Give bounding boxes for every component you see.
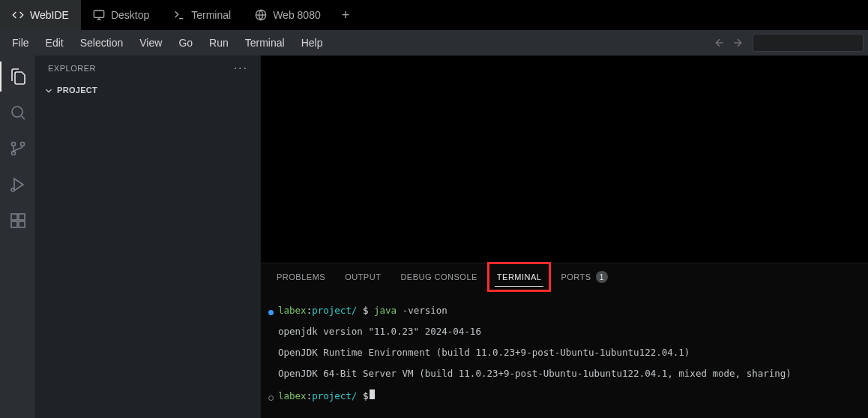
- term-cmd: java: [374, 305, 397, 316]
- debug-icon: [9, 176, 27, 194]
- menu-file[interactable]: File: [4, 34, 37, 52]
- activity-source-control[interactable]: [0, 132, 36, 165]
- sidebar-explorer: EXPLORER ··· PROJECT: [36, 56, 261, 418]
- ports-badge: 1: [596, 271, 608, 283]
- menu-terminal[interactable]: Terminal: [238, 34, 292, 52]
- app-tab-label: Desktop: [111, 9, 149, 21]
- app-tab-bar: WebIDE Desktop Terminal Web 8080 +: [0, 0, 868, 30]
- term-output-line: openjdk version "11.0.23" 2024-04-16: [278, 326, 481, 337]
- panel-tab-ports[interactable]: PORTS 1: [558, 263, 609, 290]
- app-tab-webide[interactable]: WebIDE: [0, 0, 81, 30]
- sidebar-more-button[interactable]: ···: [234, 62, 248, 75]
- menu-help[interactable]: Help: [294, 34, 331, 52]
- activity-extensions[interactable]: [0, 204, 36, 237]
- app-tab-label: Web 8080: [273, 9, 321, 21]
- app-tab-terminal[interactable]: Terminal: [161, 0, 243, 30]
- app-tab-label: WebIDE: [30, 9, 69, 21]
- panel-tab-bar: PROBLEMS OUTPUT DEBUG CONSOLE TERMINAL P…: [261, 263, 868, 290]
- sidebar-title: EXPLORER: [48, 64, 96, 73]
- svg-point-10: [11, 143, 15, 146]
- files-icon: [9, 68, 27, 86]
- terminal-output[interactable]: labex:project/ $ java -version openjdk v…: [261, 290, 868, 418]
- editor-and-panel: PROBLEMS OUTPUT DEBUG CONSOLE TERMINAL P…: [261, 56, 868, 418]
- svg-rect-16: [11, 221, 17, 227]
- panel-tab-problems[interactable]: PROBLEMS: [274, 263, 328, 290]
- svg-point-12: [20, 143, 24, 146]
- panel-tab-terminal-label: TERMINAL: [497, 272, 542, 281]
- status-dot-icon: [268, 310, 274, 315]
- globe-icon: [255, 9, 267, 21]
- terminal-cursor: [370, 389, 375, 399]
- terminal-icon: [173, 9, 185, 21]
- editor-area: [261, 56, 868, 263]
- bottom-panel: PROBLEMS OUTPUT DEBUG CONSOLE TERMINAL P…: [261, 263, 868, 418]
- svg-rect-15: [11, 214, 17, 220]
- term-cmd-args: -version: [403, 305, 447, 316]
- status-dot-icon: [268, 395, 274, 401]
- svg-rect-17: [19, 221, 25, 227]
- activity-search[interactable]: [0, 96, 36, 129]
- menu-go[interactable]: Go: [171, 34, 200, 52]
- panel-tab-debug-console[interactable]: DEBUG CONSOLE: [398, 263, 479, 290]
- project-folder-name: PROJECT: [57, 86, 97, 95]
- panel-tab-ports-label: PORTS: [561, 272, 591, 281]
- term-cwd: project/: [312, 391, 357, 401]
- activity-bar: [0, 56, 36, 418]
- extensions-icon: [9, 212, 27, 230]
- panel-tab-terminal[interactable]: TERMINAL: [495, 263, 544, 290]
- svg-line-9: [21, 116, 24, 119]
- menu-bar: File Edit Selection View Go Run Terminal…: [0, 30, 868, 56]
- term-prompt-symbol: $: [363, 305, 369, 316]
- activity-explorer[interactable]: [0, 60, 36, 93]
- nav-back-button[interactable]: [711, 34, 729, 52]
- term-output-line: OpenJDK Runtime Environment (build 11.0.…: [278, 347, 690, 358]
- svg-rect-0: [94, 11, 103, 17]
- add-tab-button[interactable]: +: [333, 0, 359, 30]
- chevron-down-icon: [43, 86, 54, 96]
- command-center-input[interactable]: [753, 34, 864, 52]
- project-folder-row[interactable]: PROJECT: [36, 81, 260, 99]
- nav-forward-button[interactable]: [729, 34, 747, 52]
- term-user: labex: [278, 305, 307, 316]
- menu-view[interactable]: View: [132, 34, 169, 52]
- term-cwd: project/: [312, 305, 357, 316]
- svg-rect-18: [19, 214, 25, 220]
- svg-point-8: [12, 107, 22, 117]
- panel-tab-output[interactable]: OUTPUT: [343, 263, 383, 290]
- menu-run[interactable]: Run: [202, 34, 236, 52]
- menu-edit[interactable]: Edit: [38, 34, 71, 52]
- term-output-line: OpenJDK 64-Bit Server VM (build 11.0.23+…: [278, 368, 792, 379]
- activity-run-debug[interactable]: [0, 168, 36, 201]
- code-icon: [12, 9, 24, 21]
- term-prompt-symbol: $: [363, 391, 369, 401]
- app-tab-label: Terminal: [191, 9, 231, 21]
- menu-selection[interactable]: Selection: [73, 34, 131, 52]
- plus-icon: +: [342, 8, 350, 23]
- git-branch-icon: [9, 140, 27, 158]
- app-tab-web8080[interactable]: Web 8080: [243, 0, 333, 30]
- app-tab-desktop[interactable]: Desktop: [81, 0, 161, 30]
- term-user: labex: [278, 391, 307, 401]
- svg-marker-13: [14, 179, 23, 191]
- desktop-icon: [93, 9, 105, 21]
- search-icon: [9, 104, 27, 122]
- svg-point-14: [11, 188, 14, 191]
